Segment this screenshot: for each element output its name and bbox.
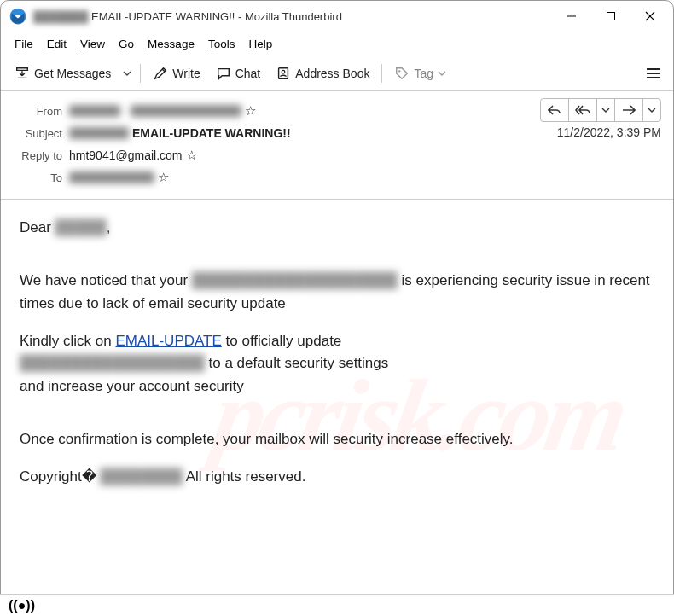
- tag-button[interactable]: Tag: [387, 61, 453, 86]
- paragraph-1: We have noticed that your ██████████████…: [20, 270, 654, 315]
- get-messages-dropdown[interactable]: [119, 61, 135, 86]
- message-headers: From ☆ Subject EMAIL-UPDATE WARNING!! 11…: [1, 91, 673, 200]
- message-date: 11/2/2022, 3:39 PM: [557, 125, 661, 139]
- app-icon: [9, 8, 26, 25]
- menu-tools[interactable]: Tools: [203, 36, 241, 52]
- address-book-button[interactable]: Address Book: [269, 61, 376, 86]
- svg-point-7: [282, 70, 285, 73]
- subject-value: EMAIL-UPDATE WARNING!!: [69, 126, 291, 140]
- svg-rect-3: [607, 13, 615, 20]
- reply-all-button[interactable]: [568, 98, 597, 122]
- paragraph-3: Once confirmation is complete, your mail…: [20, 428, 654, 450]
- write-label: Write: [172, 67, 200, 80]
- subject-label: Subject: [1, 127, 69, 140]
- pencil-icon: [153, 66, 168, 81]
- menu-view[interactable]: View: [75, 36, 110, 52]
- get-messages-label: Get Messages: [34, 67, 111, 80]
- reply-to-label: Reply to: [1, 149, 69, 162]
- window-titlebar: ███████ EMAIL-UPDATE WARNING!! - Mozilla…: [1, 1, 673, 32]
- get-messages-button[interactable]: Get Messages: [8, 61, 118, 86]
- toolbar-separator: [140, 64, 141, 83]
- menu-edit[interactable]: Edit: [42, 36, 72, 52]
- from-label: From: [1, 105, 69, 118]
- reply-button[interactable]: [540, 98, 569, 122]
- write-button[interactable]: Write: [146, 61, 206, 86]
- chat-label: Chat: [235, 67, 261, 80]
- paragraph-2: Kindly click on EMAIL-UPDATE to official…: [20, 330, 654, 398]
- header-actions: [541, 98, 661, 122]
- message-body: pcrisk.com Dear █████, We have noticed t…: [1, 200, 673, 521]
- paragraph-4: Copyright� ████████ All rights reserved.: [20, 466, 654, 488]
- reply-to-value[interactable]: hmt9041@gmail.com ☆: [69, 148, 197, 163]
- chat-icon: [216, 66, 231, 81]
- toolbar-separator: [381, 64, 382, 83]
- to-value[interactable]: ☆: [69, 170, 169, 185]
- app-menu-button[interactable]: [641, 61, 666, 86]
- menu-go[interactable]: Go: [113, 36, 139, 52]
- email-update-link[interactable]: EMAIL-UPDATE: [115, 333, 221, 349]
- tag-label: Tag: [414, 67, 433, 80]
- address-book-icon: [276, 66, 291, 81]
- forward-button[interactable]: [614, 98, 643, 122]
- toolbar: Get Messages Write Chat Address Book Tag: [1, 55, 673, 91]
- to-label: To: [1, 171, 69, 184]
- chat-button[interactable]: Chat: [209, 61, 268, 86]
- star-icon[interactable]: ☆: [186, 148, 197, 163]
- address-book-label: Address Book: [295, 67, 369, 80]
- window-title: ███████ EMAIL-UPDATE WARNING!! - Mozilla…: [33, 10, 552, 23]
- menu-help[interactable]: Help: [243, 36, 277, 52]
- star-icon[interactable]: ☆: [158, 170, 169, 185]
- download-icon: [15, 66, 30, 81]
- star-icon[interactable]: ☆: [245, 103, 256, 119]
- activity-icon[interactable]: ((●)): [9, 598, 35, 613]
- from-value[interactable]: ☆: [69, 103, 256, 119]
- statusbar: ((●)): [0, 594, 674, 616]
- menubar: File Edit View Go Message Tools Help: [1, 32, 673, 55]
- reply-all-dropdown[interactable]: [596, 98, 615, 122]
- more-actions-dropdown[interactable]: [642, 98, 661, 122]
- tag-icon: [394, 66, 410, 81]
- menu-message[interactable]: Message: [142, 36, 200, 52]
- maximize-button[interactable]: [591, 3, 630, 30]
- close-button[interactable]: [630, 3, 670, 30]
- minimize-button[interactable]: [552, 3, 591, 30]
- menu-file[interactable]: File: [9, 36, 38, 52]
- greeting-line: Dear █████,: [20, 217, 654, 239]
- chevron-down-icon: [438, 71, 446, 76]
- svg-point-8: [399, 70, 401, 72]
